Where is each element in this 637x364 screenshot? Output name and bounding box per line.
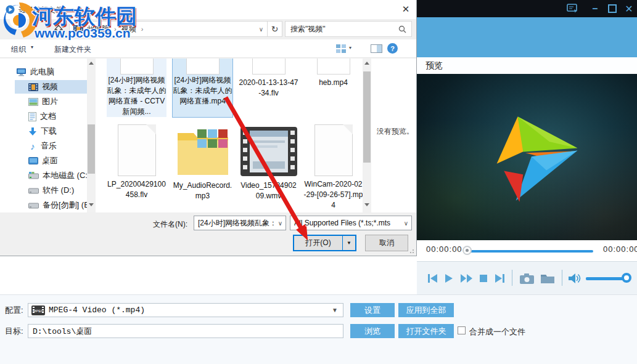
time-elapsed: 00:00:00 <box>426 245 462 254</box>
help-icon[interactable]: ? <box>387 43 398 54</box>
target-path-input[interactable]: D:\tools\桌面 <box>28 324 343 338</box>
file-icon <box>252 59 286 75</box>
resize-grip[interactable] <box>408 248 414 254</box>
filename-combobox[interactable]: [24小时]网络视频乱象：未成年人的网络直播.mp4 ∨ <box>194 216 286 230</box>
stop-icon[interactable] <box>479 274 488 283</box>
disk-drive-icon <box>28 172 39 179</box>
skip-start-icon[interactable] <box>427 273 438 283</box>
organize-menu[interactable]: 组织 <box>11 44 26 55</box>
dialog-close-button[interactable]: ✕ <box>395 0 416 18</box>
folder-thumbnail-icon <box>176 128 229 176</box>
filmstrip-thumbnail-icon <box>240 127 297 176</box>
fast-forward-icon[interactable] <box>460 273 474 283</box>
snapshot-camera-icon[interactable] <box>519 273 535 285</box>
file-item[interactable]: WinCam-2020-02-29-[09-26-57].mp4 <box>303 121 363 211</box>
no-preview-text: 没有预览。 <box>377 126 414 137</box>
apply-all-button[interactable]: 应用到全部 <box>398 303 454 317</box>
disk-drive-icon <box>28 201 39 209</box>
output-panel: 配置: MPEG MPEG-4 Video (*.mp4) ▼ 设置 应用到全部… <box>0 294 637 364</box>
file-list-scrollbar[interactable] <box>363 59 371 212</box>
maximize-icon <box>608 4 617 13</box>
sidebar-item-disk-e[interactable]: 备份[勿删] (E:) <box>28 198 94 212</box>
file-scroll-thumb[interactable] <box>363 71 371 163</box>
filename-label: 文件名(N): <box>153 219 187 230</box>
maximize-button[interactable] <box>606 4 619 14</box>
dialog-command-bar: 组织 ▾ 新建文件夹 ▾ ? <box>0 39 416 58</box>
sidebar-item-downloads[interactable]: 下载 <box>28 124 57 138</box>
open-folder-icon[interactable] <box>540 273 555 284</box>
nav-scroll-thumb[interactable] <box>88 124 95 174</box>
refresh-button[interactable]: ↻ <box>267 21 282 37</box>
sidebar-item-disk-c[interactable]: 本地磁盘 (C:) <box>28 169 90 182</box>
documents-icon <box>28 112 36 121</box>
video-preview-area <box>417 74 637 240</box>
file-item[interactable]: My_AudioRecord.mp3 <box>173 121 232 201</box>
target-label: 目标: <box>5 326 23 337</box>
volume-speaker-icon[interactable] <box>568 272 582 285</box>
app-logo-paper-plane <box>490 113 585 205</box>
nav-pane: 此电脑 视频 图片 文档 下载 ♪ 音乐 <box>0 59 96 212</box>
scroll-up-arrow[interactable] <box>89 62 94 65</box>
desktop-icon <box>28 157 38 165</box>
search-placeholder: 搜索"视频" <box>290 24 398 34</box>
sidebar-item-this-pc[interactable]: 此电脑 <box>16 65 54 79</box>
new-folder-button[interactable]: 新建文件夹 <box>54 44 91 55</box>
config-label: 配置: <box>5 305 23 316</box>
config-dropdown-arrow[interactable]: ▼ <box>332 307 338 313</box>
skip-end-icon[interactable] <box>495 273 505 283</box>
scroll-down-arrow[interactable] <box>364 203 369 206</box>
disk-drive-icon <box>28 187 39 194</box>
search-icon[interactable] <box>398 25 406 33</box>
config-combobox[interactable]: MPEG MPEG-4 Video (*.mp4) ▼ <box>28 303 343 317</box>
sidebar-item-disk-d[interactable]: 软件 (D:) <box>28 184 74 197</box>
cancel-button[interactable]: 取消 <box>365 235 408 251</box>
sidebar-item-desktop[interactable]: 桌面 <box>28 154 58 168</box>
preview-pane-icon[interactable] <box>371 44 382 53</box>
address-dropdown-arrow[interactable]: ∨ <box>259 26 263 33</box>
file-item[interactable]: Video_1578490209.wmv <box>239 121 298 201</box>
controls-divider <box>562 270 562 286</box>
filetype-value: All Supported Files (*.ts;*.mts <box>294 219 401 227</box>
sidebar-item-videos[interactable]: 视频 <box>28 80 58 94</box>
merge-checkbox-label: 合并成一个文件 <box>469 326 525 338</box>
file-list: [24小时]网络视频乱象：未成年人的网络直播 - CCTV 新闻频... [24… <box>96 59 363 212</box>
file-item[interactable]: LP_20200429100458.flv <box>107 121 166 200</box>
scroll-down-arrow[interactable] <box>89 203 94 206</box>
file-item[interactable]: 2020-01-13-13-47-34.flv <box>239 59 298 99</box>
play-icon[interactable] <box>445 273 453 283</box>
nav-scrollbar[interactable] <box>87 59 96 212</box>
filetype-dropdown-arrow[interactable]: ∨ <box>404 220 408 227</box>
open-output-folder-button[interactable]: 打开文件夹 <box>398 324 454 338</box>
minimize-button[interactable]: – <box>589 4 601 14</box>
open-split-arrow[interactable]: ▼ <box>343 240 355 246</box>
target-value: D:\tools\桌面 <box>33 326 343 337</box>
settings-button[interactable]: 设置 <box>350 303 395 317</box>
merge-checkbox[interactable] <box>458 326 466 334</box>
feedback-icon[interactable] <box>566 4 578 14</box>
sidebar-item-documents[interactable]: 文档 <box>28 110 56 123</box>
close-app-button[interactable]: ✕ <box>623 4 635 14</box>
scroll-up-arrow[interactable] <box>364 62 369 65</box>
screen: – ✕ 编辑 NVIDIA intel intel AMD 预览 <box>0 0 637 364</box>
filename-dropdown-arrow[interactable]: ∨ <box>278 220 282 227</box>
seek-knob[interactable] <box>462 246 472 255</box>
sidebar-item-pictures[interactable]: 图片 <box>28 95 58 108</box>
open-button[interactable]: 打开(O) ▼ <box>293 235 356 251</box>
view-mode-dropdown-arrow[interactable]: ▾ <box>349 45 351 51</box>
search-box[interactable]: 搜索"视频" <box>285 21 412 37</box>
filetype-combobox[interactable]: All Supported Files (*.ts;*.mts ∨ <box>290 216 412 230</box>
browse-button[interactable]: 浏览 <box>350 324 395 338</box>
sidebar-item-music[interactable]: ♪ 音乐 <box>28 139 57 153</box>
organize-dropdown-arrow[interactable]: ▾ <box>31 44 33 50</box>
volume-knob[interactable] <box>622 273 631 283</box>
mpeg-format-icon: MPEG <box>31 305 45 315</box>
seek-track[interactable] <box>467 250 593 253</box>
file-item[interactable]: heb.mp4 <box>303 59 363 88</box>
file-item-selected[interactable]: [24小时]网络视频乱象：未成年人的网络直播.mp4 <box>173 59 232 117</box>
view-mode-icon[interactable] <box>336 44 346 53</box>
preview-label: 预览 <box>425 60 443 71</box>
file-icon <box>317 59 350 75</box>
music-note-icon: ♪ <box>28 141 37 152</box>
pictures-icon <box>28 98 38 106</box>
file-item[interactable]: [24小时]网络视频乱象：未成年人的网络直播 - CCTV 新闻频... <box>107 59 166 117</box>
